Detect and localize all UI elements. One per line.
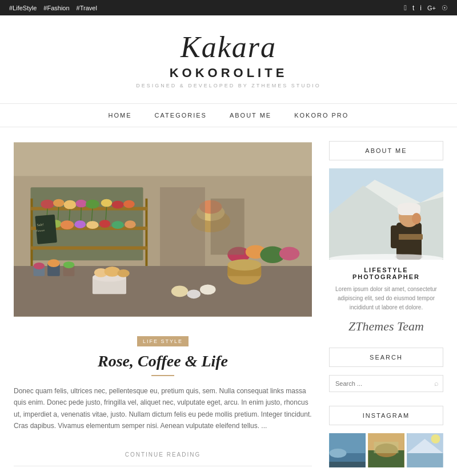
instagram-thumb-2[interactable] [368,433,404,467]
facebook-icon[interactable]:  [404,3,407,12]
svg-rect-81 [374,442,399,453]
post-title: Rose, Coffee & Life [14,352,312,370]
search-input[interactable] [329,375,443,392]
site-title: KOKOROLITE [11,66,446,80]
continue-reading-link[interactable]: CONTINUE READING [14,443,312,466]
instagram-section: INSTAGRAM [329,406,443,467]
instagram-thumb-3[interactable] [407,433,443,467]
twitter-icon[interactable]: t [412,4,414,12]
svg-rect-60 [14,142,312,316]
instagram-icon[interactable]: i [420,4,422,12]
nav-home[interactable]: HOME [109,112,132,119]
instagram-grid [329,433,443,467]
sidebar: ABOUT ME [329,141,443,476]
search-section: SEARCH ⌕ [329,348,443,392]
author-signature: ZThemes Team [329,319,443,334]
photographer-title: LIFESTYLE PHOTOGRAPHER [329,267,443,280]
googleplus-icon[interactable]: G+ [427,5,436,11]
site-logo: Kakara [11,33,446,62]
about-image-svg [329,168,443,260]
nav-categories[interactable]: CATEGORIES [155,112,207,119]
top-bar-social-icons:  t i G+ ☉ [404,3,448,12]
search-heading: SEARCH [329,348,443,367]
tag-travel[interactable]: #Travel [77,5,97,11]
search-input-wrap: ⌕ [329,375,443,392]
featured-image: Sale! Flowers [14,141,312,318]
post-divider [151,375,174,376]
svg-rect-83 [407,453,443,467]
svg-point-71 [412,213,421,224]
content-area: Sale! Flowers [14,141,312,476]
featured-image-svg: Sale! Flowers [14,141,312,318]
site-header: Kakara KOKOROLITE DESIGNED & DEVELOPED B… [0,15,457,94]
svg-rect-77 [330,462,366,467]
svg-rect-72 [391,225,399,248]
nav-about-me[interactable]: ABOUT ME [230,112,271,119]
nav-kokoro-pro[interactable]: KOKORO PRO [294,112,348,119]
instagram-heading: INSTAGRAM [329,406,443,425]
main-layout: Sale! Flowers [0,127,457,476]
rss-icon[interactable]: ☉ [442,4,448,12]
main-nav: HOME CATEGORIES ABOUT ME KOKORO PRO [0,103,457,127]
top-bar-tags: #LifeStyle #Fashion #Travel [9,5,97,11]
top-bar: #LifeStyle #Fashion #Travel  t i G+ ☉ [0,0,457,15]
svg-point-85 [431,434,440,443]
post-category-wrap: LIFE STYLE [14,327,312,352]
instagram-thumb-1[interactable] [329,433,366,467]
post-category-label: LIFE STYLE [137,336,189,346]
svg-rect-67 [395,234,423,240]
about-me-heading: ABOUT ME [329,141,443,160]
tag-fashion[interactable]: #Fashion [43,5,69,11]
photographer-bio: Lorem ipsum dolor sit amet, consectetur … [329,285,443,312]
search-icon: ⌕ [434,379,439,388]
about-me-section: ABOUT ME [329,141,443,334]
about-me-image [329,168,443,260]
svg-point-76 [330,449,347,458]
post-excerpt: Donec quam felis, ultrices nec, pellente… [14,385,312,432]
tag-lifestyle[interactable]: #LifeStyle [9,5,37,11]
site-subtitle: DESIGNED & DEVELOPED BY ZTHEMES STUDIO [11,83,446,88]
